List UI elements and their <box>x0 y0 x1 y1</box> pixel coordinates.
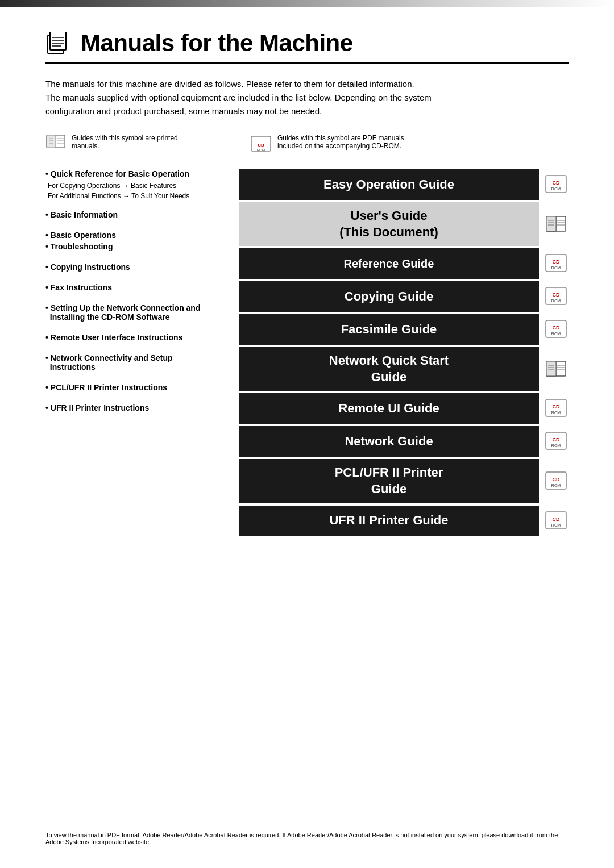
ufr-guide-button[interactable]: UFR II Printer Guide <box>239 506 539 536</box>
svg-text:CD: CD <box>258 143 264 148</box>
document-icon <box>45 32 73 55</box>
svg-text:CD: CD <box>553 292 560 298</box>
guide-row-8: PCL/UFR II PrinterGuide CD ROM <box>239 459 569 503</box>
svg-rect-15 <box>546 216 556 231</box>
symbol-legend: Guides with this symbol are printed manu… <box>45 134 569 153</box>
guides-layout: • Quick Reference for Basic Operation Fo… <box>45 169 569 539</box>
guide-row-4: Facsimile Guide CD ROM <box>239 314 569 345</box>
guide-row-6: Remote UI Guide CD ROM <box>239 393 569 424</box>
facsimile-guide-button[interactable]: Facsimile Guide <box>239 314 539 345</box>
bullet-sub-0a: For Copying Operations → Basic Features <box>48 181 227 191</box>
guide-icon-2: CD ROM <box>544 251 569 276</box>
title-section: Manuals for the Machine <box>45 30 569 64</box>
svg-text:ROM: ROM <box>551 411 561 415</box>
remote-ui-guide-button[interactable]: Remote UI Guide <box>239 393 539 424</box>
svg-text:ROM: ROM <box>551 332 561 336</box>
guide-icon-8: CD ROM <box>544 469 569 494</box>
guide-row-0: Easy Operation Guide CD ROM <box>239 169 569 200</box>
bullet-group-9: • UFR II Printer Instructions <box>45 403 227 412</box>
bullet-title-7: • Network Connectivity and Setup Instruc… <box>45 353 227 372</box>
footer: To view the manual in PDF format, Adobe … <box>45 827 569 845</box>
svg-text:ROM: ROM <box>551 299 561 303</box>
guide-row-1: User's Guide(This Document) <box>239 202 569 246</box>
bullet-group-2: • Basic Operations • Troubleshooting <box>45 231 227 251</box>
cdrom-icon-7: CD ROM <box>545 432 567 451</box>
guide-icon-7: CD ROM <box>544 429 569 454</box>
copying-guide-button[interactable]: Copying Guide <box>239 281 539 312</box>
guide-row-5: Network Quick StartGuide <box>239 347 569 391</box>
guide-icon-5 <box>544 357 569 382</box>
bullet-group-8: • PCL/UFR II Printer Instructions <box>45 383 227 392</box>
svg-text:ROM: ROM <box>551 266 561 270</box>
bullet-group-6: • Remote User Interface Instructions <box>45 333 227 342</box>
bullet-title-3: • Copying Instructions <box>45 262 227 272</box>
page-title: Manuals for the Machine <box>81 30 353 57</box>
bullet-title-2b: • Troubleshooting <box>45 242 227 251</box>
bullet-title-1: • Basic Information <box>45 210 227 219</box>
bullet-title-6: • Remote User Interface Instructions <box>45 333 227 342</box>
bullet-group-7: • Network Connectivity and Setup Instruc… <box>45 353 227 372</box>
svg-text:CD: CD <box>553 180 560 186</box>
bullet-group-4: • Fax Instructions <box>45 283 227 292</box>
cdrom-icon-0: CD ROM <box>545 175 567 194</box>
svg-text:ROM: ROM <box>551 444 561 448</box>
guide-icon-1 <box>544 212 569 237</box>
main-content: Manuals for the Machine The manuals for … <box>0 7 614 573</box>
svg-rect-1 <box>50 32 66 50</box>
bullet-title-9: • UFR II Printer Instructions <box>45 403 227 412</box>
cdrom-icon-4: CD ROM <box>545 320 567 339</box>
cdrom-icon-2: CD ROM <box>545 254 567 273</box>
guide-icon-3: CD ROM <box>544 284 569 309</box>
guide-row-3: Copying Guide CD ROM <box>239 281 569 312</box>
book-icon-1 <box>546 216 566 233</box>
guide-row-2: Reference Guide CD ROM <box>239 248 569 279</box>
users-guide-button[interactable]: User's Guide(This Document) <box>239 202 539 246</box>
guide-row-9: UFR II Printer Guide CD ROM <box>239 506 569 536</box>
svg-text:ROM: ROM <box>551 483 561 487</box>
svg-text:CD: CD <box>553 516 560 522</box>
svg-text:CD: CD <box>553 404 560 410</box>
bullet-group-0: • Quick Reference for Basic Operation Fo… <box>45 169 227 201</box>
guide-icon-4: CD ROM <box>544 317 569 342</box>
left-column: • Quick Reference for Basic Operation Fo… <box>45 169 239 539</box>
intro-text: The manuals for this machine are divided… <box>45 77 569 118</box>
print-symbol-item: Guides with this symbol are printed manu… <box>45 134 205 150</box>
bullet-group-1: • Basic Information <box>45 210 227 219</box>
guide-row-7: Network Guide CD ROM <box>239 426 569 457</box>
svg-text:CD: CD <box>553 437 560 443</box>
cdrom-icon-3: CD ROM <box>545 287 567 306</box>
bullet-group-3: • Copying Instructions <box>45 262 227 272</box>
guide-icon-6: CD ROM <box>544 396 569 421</box>
page-container: Manuals for the Machine The manuals for … <box>0 0 614 868</box>
cdrom-symbol-icon: CD ROM <box>250 134 272 153</box>
guide-icon-0: CD ROM <box>544 172 569 197</box>
pdf-symbol-item: CD ROM Guides with this symbol are PDF m… <box>250 134 409 153</box>
top-bar <box>0 0 614 7</box>
bullet-title-2a: • Basic Operations <box>45 231 227 240</box>
svg-text:CD: CD <box>553 477 560 482</box>
svg-text:ROM: ROM <box>551 523 561 527</box>
network-guide-button[interactable]: Network Guide <box>239 426 539 457</box>
svg-text:ROM: ROM <box>257 148 265 152</box>
guide-icon-9: CD ROM <box>544 508 569 533</box>
reference-guide-button[interactable]: Reference Guide <box>239 248 539 279</box>
bullet-title-8: • PCL/UFR II Printer Instructions <box>45 383 227 392</box>
network-quick-start-guide-button[interactable]: Network Quick StartGuide <box>239 347 539 391</box>
easy-operation-guide-button[interactable]: Easy Operation Guide <box>239 169 539 200</box>
bullet-sub-0b: For Additional Functions → To Suit Your … <box>48 191 227 201</box>
cdrom-icon-8: CD ROM <box>545 471 567 491</box>
print-symbol-label: Guides with this symbol are printed manu… <box>72 134 205 150</box>
cdrom-icon-6: CD ROM <box>545 399 567 418</box>
svg-text:ROM: ROM <box>551 187 561 191</box>
bullet-title-4: • Fax Instructions <box>45 283 227 292</box>
book-icon-5 <box>546 361 566 378</box>
book-symbol-icon <box>45 134 66 150</box>
footer-text: To view the manual in PDF format, Adobe … <box>45 832 558 845</box>
pdf-symbol-label: Guides with this symbol are PDF manuals … <box>277 134 409 150</box>
cdrom-icon-9: CD ROM <box>545 511 567 531</box>
bullet-title-0: • Quick Reference for Basic Operation <box>45 169 227 178</box>
bullet-title-5: • Setting Up the Network Connection and … <box>45 303 227 322</box>
svg-rect-7 <box>47 135 56 148</box>
pcl-ufr-guide-button[interactable]: PCL/UFR II PrinterGuide <box>239 459 539 503</box>
bullet-group-5: • Setting Up the Network Connection and … <box>45 303 227 322</box>
